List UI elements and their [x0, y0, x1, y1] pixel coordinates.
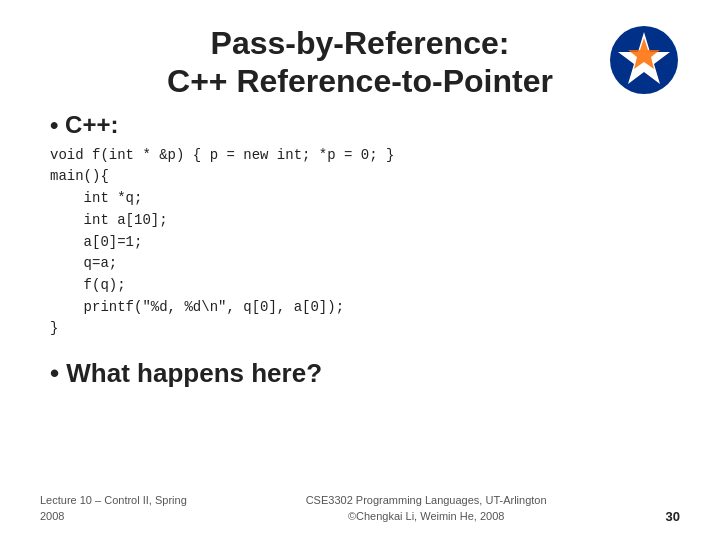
page-number: 30	[666, 509, 680, 524]
footer-left: Lecture 10 – Control II, Spring 2008	[40, 493, 187, 524]
slide-header: Pass-by-Reference: C++ Reference-to-Poin…	[40, 24, 680, 101]
code-block: void f(int * &p) { p = new int; *p = 0; …	[50, 145, 680, 340]
university-logo	[608, 24, 680, 96]
title-line2: C++ Reference-to-Pointer	[167, 63, 553, 99]
slide-footer: Lecture 10 – Control II, Spring 2008 CSE…	[40, 493, 680, 524]
slide-title: Pass-by-Reference: C++ Reference-to-Poin…	[40, 24, 680, 101]
logo-svg	[608, 24, 680, 96]
footer-center-line1: CSE3302 Programming Languages, UT-Arling…	[306, 494, 547, 506]
footer-center-line2: ©Chengkai Li, Weimin He, 2008	[348, 510, 504, 522]
footer-left-line2: 2008	[40, 510, 64, 522]
title-line1: Pass-by-Reference:	[211, 25, 510, 61]
what-happens-bullet: • What happens here?	[50, 358, 680, 389]
cpp-bullet: • C++:	[50, 111, 680, 139]
footer-center: CSE3302 Programming Languages, UT-Arling…	[306, 493, 547, 524]
slide: Pass-by-Reference: C++ Reference-to-Poin…	[0, 0, 720, 540]
footer-left-line1: Lecture 10 – Control II, Spring	[40, 494, 187, 506]
